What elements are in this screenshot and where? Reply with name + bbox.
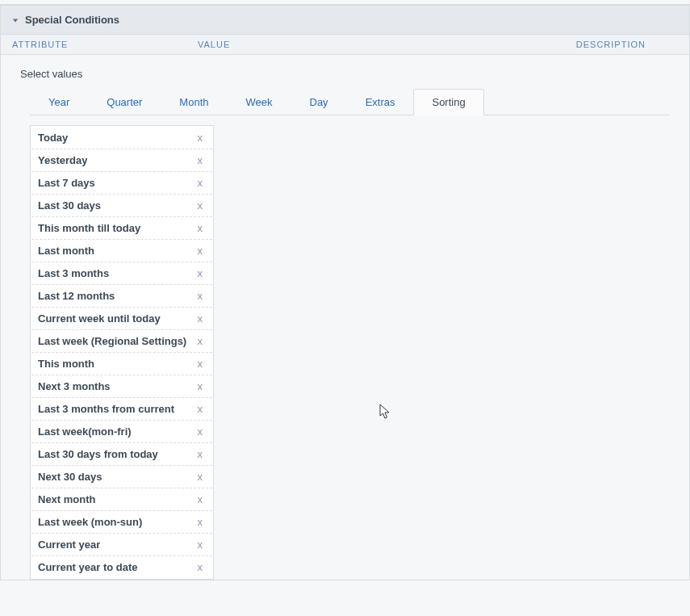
list-item[interactable]: Last 3 months from currentx [31,398,212,421]
remove-icon[interactable]: x [196,199,205,212]
list-item-label: Last 3 months [38,267,109,279]
list-item-label: Last 30 days from today [38,448,158,460]
list-item-label: Last 3 months from current [38,403,174,415]
column-header-description: DESCRIPTION [488,40,678,49]
remove-icon[interactable]: x [196,561,205,573]
tab-sorting[interactable]: Sorting [413,89,483,115]
collapse-icon [12,14,19,26]
list-item[interactable]: Last 30 daysx [31,195,212,217]
list-item-label: Next month [38,493,96,505]
remove-icon[interactable]: x [196,267,205,279]
tab-week[interactable]: Week [228,89,291,115]
list-item-label: Last 12 months [38,290,115,302]
column-header-attribute: ATTRIBUTE [12,40,198,49]
tab-day[interactable]: Day [291,89,347,115]
list-item[interactable]: Last week (Regional Settings)x [31,330,212,353]
remove-icon[interactable]: x [196,177,205,189]
remove-icon[interactable]: x [196,335,205,347]
list-item-label: Next 3 months [38,380,111,392]
list-item[interactable]: Current yearx [31,534,212,556]
list-item[interactable]: Last 30 days from todayx [31,443,212,466]
sorting-list: TodayxYesterdayxLast 7 daysxLast 30 days… [30,125,214,580]
remove-icon[interactable]: x [196,448,205,460]
tabs-bar: YearQuarterMonthWeekDayExtrasSorting [30,88,670,115]
list-item[interactable]: Last week(mon-fri)x [31,421,212,443]
list-item[interactable]: Last 12 monthsx [31,285,212,308]
tab-year[interactable]: Year [30,89,88,115]
remove-icon[interactable]: x [196,538,205,551]
list-item[interactable]: Last monthx [31,240,212,262]
remove-icon[interactable]: x [196,132,205,144]
remove-icon[interactable]: x [196,154,205,166]
remove-icon[interactable]: x [196,312,205,325]
tab-extras[interactable]: Extras [347,89,414,115]
list-item-label: Last 30 days [38,199,101,212]
remove-icon[interactable]: x [196,358,205,370]
list-item[interactable]: Current week until todayx [31,308,212,330]
column-header-value: VALUE [198,40,488,49]
list-item[interactable]: Yesterdayx [31,149,212,172]
remove-icon[interactable]: x [196,516,205,528]
list-item-label: This month [38,358,94,370]
list-item[interactable]: Last 7 daysx [31,172,212,195]
list-item-label: Today [38,132,68,144]
remove-icon[interactable]: x [196,380,205,392]
remove-icon[interactable]: x [196,245,205,257]
list-item[interactable]: Todayx [31,127,212,149]
remove-icon[interactable]: x [196,222,205,234]
list-item-label: Last week (mon-sun) [38,516,142,528]
list-item-label: Last week (Regional Settings) [38,335,186,347]
column-headers: ATTRIBUTE VALUE DESCRIPTION [1,35,689,55]
panel-title: Special Conditions [25,14,119,26]
remove-icon[interactable]: x [196,471,205,483]
list-item[interactable]: Next 30 daysx [31,466,212,488]
tab-month[interactable]: Month [161,89,227,115]
remove-icon[interactable]: x [196,403,205,415]
remove-icon[interactable]: x [196,290,205,302]
tab-quarter[interactable]: Quarter [88,89,161,115]
content-area: Select values YearQuarterMonthWeekDayExt… [1,55,689,580]
list-item[interactable]: This month till todayx [31,217,212,240]
remove-icon[interactable]: x [196,493,205,505]
list-item-label: Yesterday [38,154,87,166]
select-values-label: Select values [20,68,670,80]
list-item[interactable]: Next monthx [31,488,212,511]
list-item[interactable]: Last week (mon-sun)x [31,511,212,534]
remove-icon[interactable]: x [196,425,205,438]
panel-header[interactable]: Special Conditions [1,6,689,35]
list-item[interactable]: Next 3 monthsx [31,375,212,398]
list-item-label: Current week until today [38,312,161,325]
list-item-label: Current year [38,538,100,551]
special-conditions-panel: Special Conditions ATTRIBUTE VALUE DESCR… [0,4,690,580]
list-item-label: This month till today [38,222,140,234]
list-item-label: Last month [38,245,94,257]
list-item-label: Last 7 days [38,177,95,189]
list-item[interactable]: This monthx [31,353,212,375]
list-item-label: Next 30 days [38,471,102,483]
list-item-label: Current year to date [38,561,138,573]
list-item[interactable]: Last 3 monthsx [31,262,212,285]
list-item[interactable]: Current year to datex [31,556,212,578]
list-item-label: Last week(mon-fri) [38,425,132,438]
